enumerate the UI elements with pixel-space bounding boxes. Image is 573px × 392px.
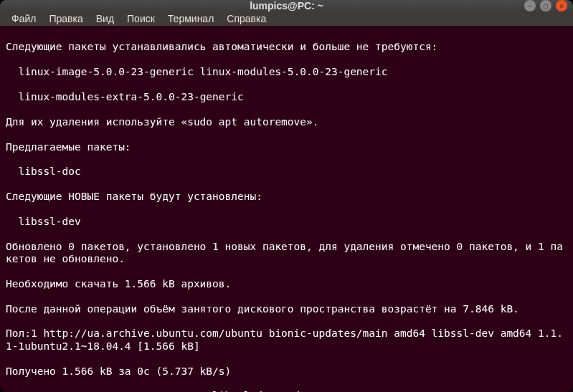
close-button[interactable]: ×	[556, 0, 567, 11]
term-line: Обновлено 0 пакетов, установлено 1 новых…	[6, 241, 567, 266]
window-title: lumpics@PC: ~	[250, 0, 323, 11]
term-line: libssl-dev	[6, 216, 567, 228]
menu-search[interactable]: Поиск	[121, 11, 161, 26]
minimize-button[interactable]: −	[524, 0, 536, 11]
menu-view[interactable]: Вид	[90, 11, 120, 26]
menu-file[interactable]: Файл	[6, 11, 42, 26]
menu-terminal[interactable]: Терминал	[162, 11, 219, 26]
term-line: После данной операции объём занятого дис…	[6, 303, 567, 315]
term-line: Для их удаления используйте «sudo apt au…	[6, 116, 567, 128]
term-line: Предлагаемые пакеты:	[6, 141, 567, 153]
maximize-icon: □	[544, 2, 548, 10]
close-icon: ×	[559, 2, 564, 10]
term-line: Необходимо скачать 1.566 kB архивов.	[6, 278, 567, 290]
minimize-icon: −	[528, 2, 532, 10]
term-line: Следующие НОВЫЕ пакеты будут установлены…	[6, 191, 567, 203]
terminal-output[interactable]: Следующие пакеты устанавливались автомат…	[0, 26, 573, 392]
term-line: linux-modules-extra-5.0.0-23-generic	[6, 91, 567, 103]
menubar: Файл Правка Вид Поиск Терминал Справка	[0, 11, 573, 26]
term-line: Получено 1.566 kB за 0с (5.737 kB/s)	[6, 365, 567, 378]
term-line: libssl-doc	[6, 166, 567, 178]
menu-edit[interactable]: Правка	[43, 11, 88, 26]
terminal-window: lumpics@PC: ~ − □ × Файл Правка Вид Поис…	[0, 0, 573, 392]
maximize-button[interactable]: □	[540, 0, 551, 11]
term-line: Пол:1 http://ua.archive.ubuntu.com/ubunt…	[6, 328, 567, 353]
menu-help[interactable]: Справка	[221, 11, 272, 26]
term-line: Следующие пакеты устанавливались автомат…	[6, 41, 567, 53]
titlebar: lumpics@PC: ~ − □ ×	[0, 0, 573, 11]
window-controls: − □ ×	[524, 0, 567, 11]
term-line: linux-image-5.0.0-23-generic linux-modul…	[6, 66, 567, 78]
